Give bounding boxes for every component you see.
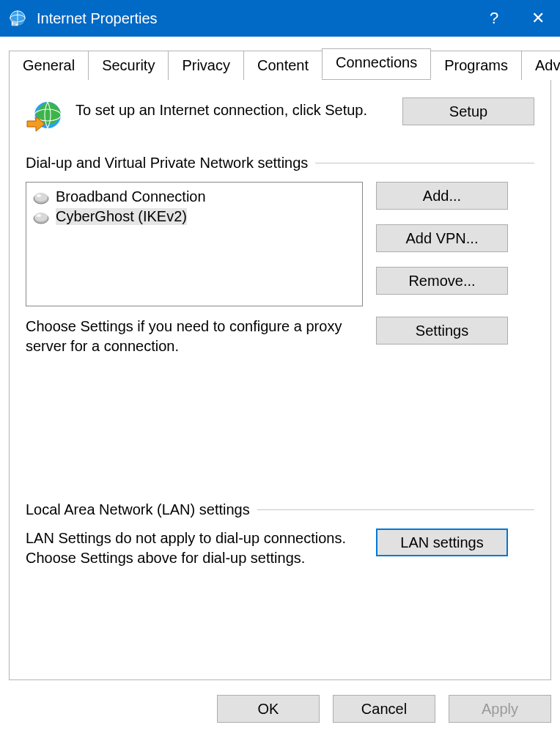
dialup-group-label: Dial-up and Virtual Private Network sett… <box>26 155 308 172</box>
add-vpn-button[interactable]: Add VPN... <box>376 224 508 252</box>
svg-point-10 <box>37 194 41 197</box>
cancel-button[interactable]: Cancel <box>333 695 435 723</box>
titlebar: Internet Properties ? ✕ <box>0 0 560 37</box>
svg-rect-5 <box>13 24 16 25</box>
globe-arrow-icon <box>26 97 64 136</box>
window-body: General Security Privacy Content Connect… <box>0 37 560 733</box>
lan-settings-button[interactable]: LAN settings <box>376 528 508 556</box>
lan-group-label: Local Area Network (LAN) settings <box>26 501 250 518</box>
window-title: Internet Properties <box>37 10 472 27</box>
lan-description: LAN Settings do not apply to dial-up con… <box>26 528 363 568</box>
setup-description: To set up an Internet connection, click … <box>75 97 391 119</box>
tab-programs[interactable]: Programs <box>430 51 522 80</box>
add-button[interactable]: Add... <box>376 182 508 210</box>
dialup-row: Broadband Connection CyberGhost (IKEv2) … <box>26 182 534 306</box>
list-item[interactable]: CyberGhost (IKEv2) <box>29 207 359 226</box>
footer-buttons: OK Cancel Apply <box>217 695 551 723</box>
settings-row: Choose Settings if you need to configure… <box>26 317 534 356</box>
setup-row: To set up an Internet connection, click … <box>26 97 534 136</box>
remove-button[interactable]: Remove... <box>376 267 508 295</box>
svg-point-12 <box>34 213 48 221</box>
lan-group-header: Local Area Network (LAN) settings <box>26 501 534 518</box>
tab-panel-connections: To set up an Internet connection, click … <box>9 79 551 680</box>
divider <box>257 509 534 510</box>
tabs-bar: General Security Privacy Content Connect… <box>9 50 551 79</box>
apply-button[interactable]: Apply <box>449 695 551 723</box>
tab-privacy[interactable]: Privacy <box>168 51 244 80</box>
svg-point-9 <box>34 193 48 202</box>
connection-icon <box>32 189 50 205</box>
tab-connections[interactable]: Connections <box>322 48 431 79</box>
tab-general[interactable]: General <box>9 51 89 80</box>
divider <box>315 163 534 163</box>
internet-options-icon <box>7 8 28 29</box>
tab-security[interactable]: Security <box>88 51 169 80</box>
setup-button[interactable]: Setup <box>402 97 534 125</box>
lan-section: Local Area Network (LAN) settings LAN Se… <box>26 501 534 568</box>
svg-point-13 <box>37 214 41 217</box>
connection-buttons: Add... Add VPN... Remove... <box>376 182 508 295</box>
tab-content[interactable]: Content <box>243 51 323 80</box>
svg-rect-3 <box>13 22 18 23</box>
ok-button[interactable]: OK <box>217 695 320 723</box>
connections-list[interactable]: Broadband Connection CyberGhost (IKEv2) <box>26 182 363 306</box>
connection-icon <box>32 209 50 225</box>
svg-rect-4 <box>13 23 18 24</box>
lan-row: LAN Settings do not apply to dial-up con… <box>26 528 534 568</box>
settings-button[interactable]: Settings <box>376 317 508 345</box>
list-item[interactable]: Broadband Connection <box>29 187 359 207</box>
tab-advanced[interactable]: Advanced <box>521 51 560 80</box>
close-button[interactable]: ✕ <box>516 0 560 37</box>
settings-description: Choose Settings if you need to configure… <box>26 317 363 356</box>
list-item-label: Broadband Connection <box>56 188 206 205</box>
dialup-group-header: Dial-up and Virtual Private Network sett… <box>26 155 534 172</box>
list-item-label: CyberGhost (IKEv2) <box>56 208 187 225</box>
help-button[interactable]: ? <box>472 0 516 37</box>
